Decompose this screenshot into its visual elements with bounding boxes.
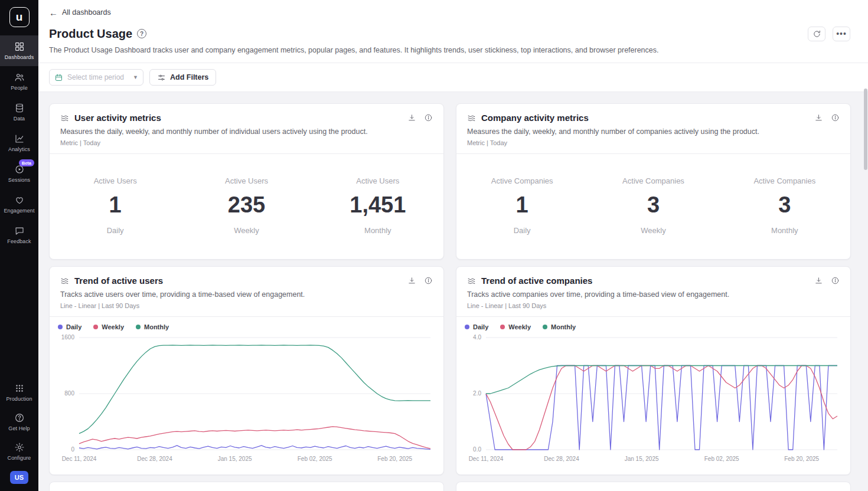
card-user-activity-metrics: User activity metrics Measures the daily… [49,103,444,260]
metric-period: Weekly [181,226,312,235]
card-title: Trend of active companies [481,276,592,286]
download-icon[interactable] [407,113,416,122]
scrollbar [864,0,867,491]
add-filters-button[interactable]: Add Filters [149,69,216,86]
metric-value: 3 [719,192,850,218]
metric-period: Monthly [719,226,850,235]
line-chart-active-companies: 0.02.04.0Dec 11, 2024Dec 28, 2024Jan 15,… [461,332,844,465]
engagement-heart-icon [14,195,25,205]
download-icon[interactable] [814,113,823,122]
metrics-row: Active Users 1 Daily Active Users 235 We… [50,154,443,235]
svg-text:2.0: 2.0 [473,390,481,397]
help-circle-icon [14,413,25,423]
help-icon[interactable]: ? [137,29,146,38]
chart-legend: Daily Weekly Monthly [456,317,850,330]
sidebar-item-sessions[interactable]: Beta Sessions [0,158,38,189]
page-description: The Product Usage Dashboard tracks user … [49,46,850,63]
more-icon: ••• [836,30,847,38]
sidebar-item-engagement[interactable]: Engagement [0,189,38,220]
analytics-chart-icon [14,133,25,144]
metric-weekly: Active Companies 3 Weekly [588,176,719,235]
download-icon[interactable] [407,276,416,285]
card-description: Measures the daily, weekly, and monthly … [60,127,433,136]
feedback-bubble-icon [14,225,25,236]
download-icon[interactable] [814,276,823,285]
time-period-placeholder: Select time period [67,73,129,81]
filter-bar: Select time period ▼ Add Filters [38,63,868,92]
metric-daily: Active Users 1 Daily [50,176,181,235]
card-description: Tracks active companies over time, provi… [467,290,840,299]
metric-label: Active Companies [588,176,719,185]
main-area: ← All dashboards Product Usage ? ••• The… [38,0,868,491]
back-arrow-icon: ← [49,8,58,18]
refresh-button[interactable] [808,27,825,41]
metric-label: Active Users [50,176,181,185]
metric-label: Active Users [181,176,312,185]
gear-icon [14,442,25,453]
metric-label: Active Users [312,176,443,185]
info-icon[interactable] [831,276,840,285]
legend-label: Weekly [102,323,124,330]
info-icon[interactable] [424,113,433,122]
time-period-select[interactable]: Select time period ▼ [49,69,143,86]
metric-weekly: Active Users 235 Weekly [181,176,312,235]
metric-value: 3 [588,192,719,218]
sidebar-item-feedback[interactable]: Feedback [0,220,38,250]
sidebar-item-data[interactable]: Data [0,97,38,127]
sidebar-item-people[interactable]: People [0,66,38,97]
legend-dot [500,325,505,329]
partial-card [49,482,444,491]
svg-text:Feb 02, 2025: Feb 02, 2025 [704,456,739,462]
header-actions: ••• [808,27,850,41]
dashboards-grid-icon [14,41,25,52]
info-icon[interactable] [831,113,840,122]
card-meta: Metric | Today [467,139,840,153]
svg-text:Feb 02, 2025: Feb 02, 2025 [298,456,332,462]
people-icon [14,72,25,83]
svg-text:0.0: 0.0 [473,446,481,453]
legend-label: Daily [473,323,488,330]
metric-value: 1 [50,192,181,218]
metric-period: Monthly [312,226,443,235]
sidebar-item-configure[interactable]: Configure [0,437,38,466]
app-logo-letter: u [16,11,23,24]
sidebar: u Dashboards People Data Analytics Beta … [0,0,38,491]
add-filters-label: Add Filters [170,73,208,81]
page-title: Product Usage [49,27,132,41]
svg-text:0: 0 [71,446,74,453]
metric-value: 1 [456,192,588,218]
legend-item-daily[interactable]: Daily [465,323,488,330]
sidebar-item-get-help[interactable]: Get Help [0,407,38,437]
app-logo[interactable]: u [9,7,30,27]
back-link[interactable]: ← All dashboards [49,6,111,19]
legend-item-weekly[interactable]: Weekly [500,323,531,330]
metric-value: 1,451 [312,192,443,218]
legend-item-monthly[interactable]: Monthly [543,323,576,330]
scrollbar-thumb[interactable] [864,89,867,170]
refresh-icon [812,30,821,38]
legend-label: Monthly [144,323,169,330]
sidebar-item-production[interactable]: Production [0,378,38,407]
legend-item-weekly[interactable]: Weekly [93,323,124,330]
legend-item-monthly[interactable]: Monthly [136,323,169,330]
chart-icon [60,276,69,285]
legend-dot [93,325,98,329]
metric-daily: Active Companies 1 Daily [456,176,588,235]
card-header: Trend of active users Tracks active user… [50,267,443,316]
sidebar-item-dashboards[interactable]: Dashboards [0,35,38,66]
more-button[interactable]: ••• [833,27,850,41]
legend-item-daily[interactable]: Daily [58,323,81,330]
card-meta: Line - Linear | Last 90 Days [60,302,433,316]
card-title: Trend of active users [74,276,163,286]
svg-text:Jan 15, 2025: Jan 15, 2025 [625,456,659,462]
dots-grid-icon [14,383,25,394]
sidebar-item-analytics[interactable]: Analytics [0,127,38,158]
legend-dot [58,325,63,329]
card-header: User activity metrics Measures the daily… [50,104,443,153]
card-trend-active-companies: Trend of active companies Tracks active … [456,266,851,475]
workspace-badge[interactable]: US [10,471,28,484]
info-icon[interactable] [424,276,433,285]
card-description: Measures the daily, weekly, and monthly … [467,127,840,136]
sidebar-item-label: Dashboards [5,54,34,60]
database-icon [14,103,25,113]
